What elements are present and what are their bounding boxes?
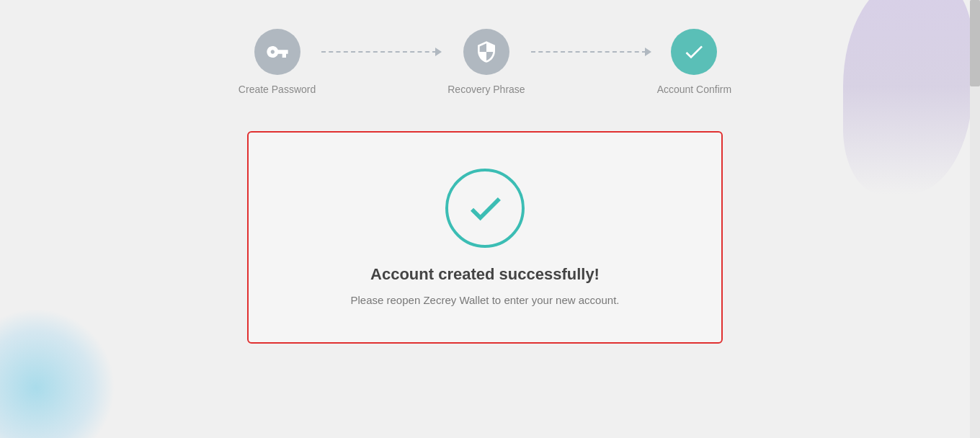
connector-2 bbox=[531, 48, 651, 76]
key-icon bbox=[266, 40, 289, 63]
scrollbar-thumb[interactable] bbox=[970, 0, 980, 86]
step-circle-create-password bbox=[254, 29, 300, 75]
dashed-line-2 bbox=[531, 51, 646, 53]
step-label-recovery-phrase: Recovery Phrase bbox=[447, 84, 525, 95]
step-label-create-password: Create Password bbox=[239, 84, 316, 95]
step-recovery-phrase: Recovery Phrase bbox=[447, 29, 525, 95]
success-checkmark-icon bbox=[466, 189, 505, 228]
check-icon bbox=[682, 40, 705, 63]
step-circle-recovery-phrase bbox=[463, 29, 509, 75]
success-title: Account created successfully! bbox=[370, 265, 600, 284]
dashed-line-1 bbox=[321, 51, 437, 53]
shield-icon bbox=[475, 40, 498, 63]
scrollbar-track[interactable] bbox=[970, 0, 980, 438]
success-card: Account created successfully! Please reo… bbox=[247, 131, 723, 344]
success-subtitle: Please reopen Zecrey Wallet to enter you… bbox=[351, 294, 620, 306]
step-circle-account-confirm bbox=[671, 29, 717, 75]
step-create-password: Create Password bbox=[239, 29, 316, 95]
connector-1 bbox=[321, 48, 442, 76]
success-icon-wrapper bbox=[445, 169, 525, 248]
step-label-account-confirm: Account Confirm bbox=[657, 84, 731, 95]
step-account-confirm: Account Confirm bbox=[657, 29, 731, 95]
stepper: Create Password Recovery Phrase bbox=[239, 29, 731, 95]
main-container: Create Password Recovery Phrase bbox=[0, 0, 970, 438]
